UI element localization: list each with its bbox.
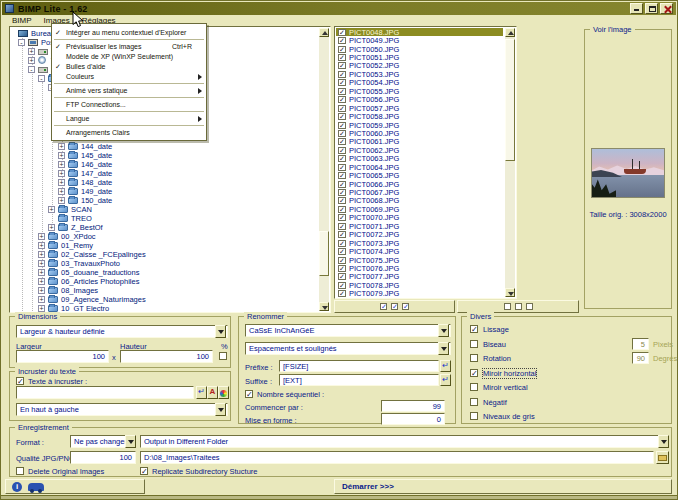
delete-original-checkbox[interactable] <box>16 467 24 475</box>
file-row[interactable]: ✓PICT0067.JPG <box>336 188 503 196</box>
lissage-checkbox[interactable]: ✓ <box>470 325 478 333</box>
expand-plus-icon[interactable]: + <box>38 260 45 267</box>
file-checkbox[interactable]: ✓ <box>338 62 346 69</box>
expand-plus-icon[interactable]: + <box>58 161 65 168</box>
file-row[interactable]: ✓PICT0058.JPG <box>336 112 503 120</box>
file-row[interactable]: ✓PICT0048.JPG <box>336 28 503 36</box>
suffixe-input[interactable]: [EXT] <box>279 374 439 386</box>
file-list-scrollbar[interactable] <box>505 28 515 297</box>
check-all-button[interactable]: ✓ ✓ ✓ <box>334 300 455 313</box>
file-row[interactable]: ✓PICT0072.JPG <box>336 231 503 239</box>
file-checkbox[interactable]: ✓ <box>338 71 346 78</box>
file-row[interactable]: ✓PICT0059.JPG <box>336 121 503 129</box>
chevron-down-icon[interactable] <box>438 342 449 355</box>
expand-plus-icon[interactable]: + <box>48 224 55 231</box>
tree-item[interactable]: +01_Remy <box>10 241 310 250</box>
font-icon[interactable]: A <box>207 386 218 399</box>
menubar-item-bimp[interactable]: BIMP <box>6 15 38 26</box>
collapse-minus-icon[interactable]: - <box>18 39 25 46</box>
file-row[interactable]: ✓PICT0063.JPG <box>336 155 503 163</box>
tree-item[interactable]: +148_date <box>10 178 310 187</box>
tree-item[interactable]: TREO <box>10 214 310 223</box>
expand-plus-icon[interactable]: + <box>58 152 65 159</box>
scroll-up-icon[interactable] <box>505 28 515 37</box>
collapse-minus-icon[interactable]: - <box>28 66 35 73</box>
file-row[interactable]: ✓PICT0069.JPG <box>336 205 503 213</box>
minimize-button[interactable] <box>630 3 643 14</box>
tree-item[interactable]: +02_Caisse _FCEpalinges <box>10 250 310 259</box>
file-row[interactable]: ✓PICT0061.JPG <box>336 138 503 146</box>
file-checkbox[interactable]: ✓ <box>338 265 346 272</box>
replicate-checkbox[interactable]: ✓ <box>140 467 148 475</box>
tree-scroll-thumb[interactable] <box>319 231 329 276</box>
file-checkbox[interactable]: ✓ <box>338 37 346 44</box>
output-mode-select[interactable]: Output in Different Folder <box>140 435 669 448</box>
tree-item[interactable]: +150_date <box>10 196 310 205</box>
menu-item[interactable]: Arrangements Clairs <box>52 127 206 137</box>
expand-plus-icon[interactable]: + <box>38 287 45 294</box>
chevron-down-icon[interactable] <box>215 403 226 416</box>
qualite-input[interactable]: 100 <box>70 451 136 464</box>
file-row[interactable]: ✓PICT0064.JPG <box>336 163 503 171</box>
file-checkbox[interactable]: ✓ <box>338 248 346 255</box>
file-row[interactable]: ✓PICT0057.JPG <box>336 104 503 112</box>
file-checkbox[interactable]: ✓ <box>338 164 346 171</box>
file-checkbox[interactable]: ✓ <box>338 223 346 230</box>
file-checkbox[interactable]: ✓ <box>338 197 346 204</box>
file-checkbox[interactable]: ✓ <box>338 181 346 188</box>
file-row[interactable]: ✓PICT0066.JPG <box>336 180 503 188</box>
expand-plus-icon[interactable]: + <box>38 251 45 258</box>
file-checkbox[interactable]: ✓ <box>338 138 346 145</box>
color-palette-icon[interactable] <box>218 386 229 399</box>
incruster-text-input[interactable] <box>16 386 194 399</box>
file-row[interactable]: ✓PICT0065.JPG <box>336 171 503 179</box>
file-row[interactable]: ✓PICT0077.JPG <box>336 273 503 281</box>
tree-item[interactable]: +03_TravauxPhoto <box>10 259 310 268</box>
file-row[interactable]: ✓PICT0076.JPG <box>336 264 503 272</box>
file-checkbox[interactable]: ✓ <box>338 130 346 137</box>
expand-plus-icon[interactable]: + <box>58 143 65 150</box>
file-checkbox[interactable]: ✓ <box>338 172 346 179</box>
file-checkbox[interactable]: ✓ <box>338 96 346 103</box>
title-bar[interactable]: BIMP Lite - 1.62 <box>2 2 676 15</box>
file-checkbox[interactable]: ✓ <box>338 29 346 36</box>
file-checkbox[interactable]: ✓ <box>338 88 346 95</box>
file-checkbox[interactable]: ✓ <box>338 122 346 129</box>
file-row[interactable]: ✓PICT0053.JPG <box>336 70 503 78</box>
expand-plus-icon[interactable]: + <box>58 170 65 177</box>
file-row[interactable]: ✓PICT0078.JPG <box>336 281 503 289</box>
file-row[interactable]: ✓PICT0068.JPG <box>336 197 503 205</box>
file-checkbox[interactable]: ✓ <box>338 105 346 112</box>
percent-checkbox[interactable] <box>219 352 227 360</box>
tree-scrollbar[interactable] <box>319 28 329 311</box>
maximize-button[interactable] <box>645 3 658 14</box>
info-icon[interactable]: i <box>12 482 22 492</box>
tree-item[interactable]: +06_Articles Photophiles <box>10 277 310 286</box>
file-row[interactable]: ✓PICT0070.JPG <box>336 214 503 222</box>
mise-en-forme-input[interactable]: 0 <box>381 413 445 425</box>
file-row[interactable]: ✓PICT0071.JPG <box>336 222 503 230</box>
scroll-down-icon[interactable] <box>505 288 515 297</box>
vehicle-icon[interactable] <box>28 483 44 491</box>
tree-item[interactable]: +00_XPdoc <box>10 232 310 241</box>
output-path-input[interactable]: D:\08_Images\Traitees <box>140 451 654 464</box>
scroll-up-icon[interactable] <box>319 28 329 37</box>
expand-plus-icon[interactable]: + <box>58 179 65 186</box>
file-checkbox[interactable]: ✓ <box>338 147 346 154</box>
file-checkbox[interactable]: ✓ <box>338 54 346 61</box>
menu-item[interactable]: ✓Prévisualiser les imagesCtrl+R <box>52 41 206 51</box>
niveaux-de-gris-checkbox[interactable] <box>470 412 478 420</box>
menu-item[interactable]: FTP Connections... <box>52 99 206 109</box>
file-row[interactable]: ✓PICT0074.JPG <box>336 247 503 255</box>
commencer-input[interactable]: 99 <box>381 400 445 412</box>
file-checkbox[interactable]: ✓ <box>338 113 346 120</box>
négatif-checkbox[interactable] <box>470 398 478 406</box>
file-checkbox[interactable]: ✓ <box>338 46 346 53</box>
file-scroll-thumb[interactable] <box>505 39 515 161</box>
file-checkbox[interactable]: ✓ <box>338 273 346 280</box>
file-checkbox[interactable]: ✓ <box>338 189 346 196</box>
file-checkbox[interactable]: ✓ <box>338 79 346 86</box>
menu-item[interactable]: Couleurs <box>52 71 206 81</box>
expand-plus-icon[interactable]: + <box>38 278 45 285</box>
expand-plus-icon[interactable]: + <box>28 57 35 64</box>
